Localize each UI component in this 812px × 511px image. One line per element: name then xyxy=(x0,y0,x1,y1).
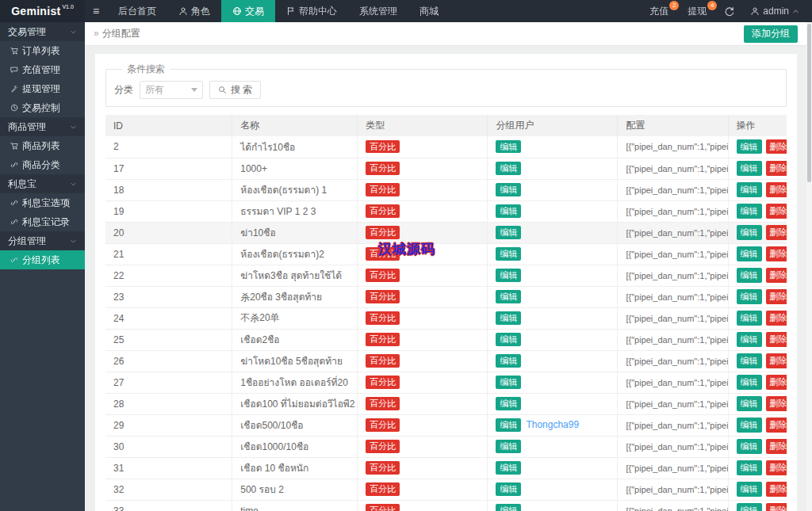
group-edit-badge[interactable]: 编辑 xyxy=(496,162,521,174)
navbar-item-交易[interactable]: 交易 xyxy=(221,0,275,22)
edit-button[interactable]: 编辑 xyxy=(737,182,762,196)
recharge-link[interactable]: 充值 2 xyxy=(640,0,678,22)
user-menu[interactable]: admin xyxy=(742,0,807,22)
withdraw-link[interactable]: 提现 4 xyxy=(678,0,716,22)
group-edit-badge[interactable]: 编辑 xyxy=(496,269,521,281)
edit-button[interactable]: 编辑 xyxy=(737,353,762,368)
navbar-item-角色[interactable]: 角色 xyxy=(167,0,221,22)
group-edit-badge[interactable]: 编辑 xyxy=(496,183,521,196)
group-edit-badge[interactable]: 编辑 xyxy=(496,247,521,260)
edit-button[interactable]: 编辑 xyxy=(737,311,762,325)
scrollbar-thumb[interactable] xyxy=(807,24,811,182)
sidebar-item-利息宝记录[interactable]: 利息宝记录 xyxy=(0,212,85,231)
sidebar-item-提现管理[interactable]: 提现管理 xyxy=(0,79,85,98)
delete-button[interactable]: 删除 xyxy=(766,332,787,346)
sidebar-section-交易管理[interactable]: 交易管理 xyxy=(0,22,85,41)
delete-button[interactable]: 删除 xyxy=(766,482,787,496)
delete-button[interactable]: 删除 xyxy=(766,311,787,325)
delete-button[interactable]: 删除 xyxy=(766,204,787,218)
cell-group-user: 编辑 xyxy=(488,243,618,265)
sidebar-item-交易控制[interactable]: 交易控制 xyxy=(0,98,85,117)
edit-button[interactable]: 编辑 xyxy=(737,225,762,239)
cell-config: [{"pipei_dan_num":1,"pipei_dan_run":"15"… xyxy=(618,479,728,500)
refresh-icon[interactable] xyxy=(716,0,742,22)
delete-button[interactable]: 删除 xyxy=(766,503,787,511)
group-user-link[interactable]: Thongcha99 xyxy=(526,419,579,430)
navbar-item-后台首页[interactable]: 后台首页 xyxy=(107,0,167,22)
edit-button[interactable]: 编辑 xyxy=(737,396,762,410)
edit-button[interactable]: 编辑 xyxy=(737,204,762,218)
cell-operations: 编辑删除 xyxy=(728,265,787,286)
type-badge: 百分比 xyxy=(366,440,400,452)
sidebar-item-商品列表[interactable]: 商品列表 xyxy=(0,136,85,155)
cart-icon xyxy=(10,47,18,55)
table-header-row: ID名称类型分组用户配置操作 xyxy=(105,115,787,136)
edit-button[interactable]: 编辑 xyxy=(737,375,762,389)
sidebar-section-商品管理[interactable]: 商品管理 xyxy=(0,117,85,136)
sidebar-item-利息宝选项[interactable]: 利息宝选项 xyxy=(0,193,85,212)
group-edit-badge[interactable]: 编辑 xyxy=(496,376,521,388)
edit-button[interactable]: 编辑 xyxy=(737,503,762,511)
delete-button[interactable]: 删除 xyxy=(766,139,787,154)
navbar-right: 充值 2 提现 4 admin xyxy=(640,0,812,22)
cell-id: 2 xyxy=(105,136,232,158)
vertical-scrollbar[interactable] xyxy=(806,22,812,511)
edit-button[interactable]: 编辑 xyxy=(737,289,762,303)
group-edit-badge[interactable]: 编辑 xyxy=(496,504,521,511)
edit-button[interactable]: 编辑 xyxy=(737,482,762,496)
edit-button[interactable]: 编辑 xyxy=(737,439,762,453)
delete-button[interactable]: 删除 xyxy=(766,161,787,175)
column-header-分组用户: 分组用户 xyxy=(488,115,618,136)
group-edit-badge[interactable]: 编辑 xyxy=(496,418,521,431)
brand-name: Geminist xyxy=(11,5,60,17)
group-edit-badge[interactable]: 编辑 xyxy=(496,311,521,324)
delete-button[interactable]: 删除 xyxy=(766,418,787,432)
group-edit-badge[interactable]: 编辑 xyxy=(496,140,521,153)
delete-button[interactable]: 删除 xyxy=(766,246,787,261)
edit-button[interactable]: 编辑 xyxy=(737,139,762,154)
sidebar-item-商品分类[interactable]: 商品分类 xyxy=(0,155,85,174)
group-edit-badge[interactable]: 编辑 xyxy=(496,354,521,367)
add-group-button[interactable]: 添加分组 xyxy=(744,25,798,43)
edit-button[interactable]: 编辑 xyxy=(737,460,762,475)
delete-button[interactable]: 删除 xyxy=(766,439,787,453)
caret-down-icon xyxy=(191,88,197,92)
group-edit-badge[interactable]: 编辑 xyxy=(496,290,521,303)
cell-type: 百分比 xyxy=(358,372,488,393)
group-edit-badge[interactable]: 编辑 xyxy=(496,333,521,345)
person-icon xyxy=(178,6,188,16)
edit-button[interactable]: 编辑 xyxy=(737,268,762,282)
delete-button[interactable]: 删除 xyxy=(766,353,787,368)
navbar-item-商城[interactable]: 商城 xyxy=(408,0,450,22)
group-edit-badge[interactable]: 编辑 xyxy=(496,204,521,217)
navbar-item-系统管理[interactable]: 系统管理 xyxy=(348,0,408,22)
edit-button[interactable]: 编辑 xyxy=(737,332,762,346)
delete-button[interactable]: 删除 xyxy=(766,182,787,196)
delete-button[interactable]: 删除 xyxy=(766,460,787,475)
sidebar-section-分组管理[interactable]: 分组管理 xyxy=(0,231,85,250)
delete-button[interactable]: 删除 xyxy=(766,268,787,282)
sidebar-section-利息宝[interactable]: 利息宝 xyxy=(0,174,85,193)
hamburger-icon[interactable]: ≡ xyxy=(85,0,107,22)
sidebar-item-分组列表[interactable]: 分组列表 xyxy=(0,250,85,269)
type-badge: 百分比 xyxy=(366,226,400,238)
sidebar-item-订单列表[interactable]: 订单列表 xyxy=(0,41,85,60)
edit-button[interactable]: 编辑 xyxy=(737,161,762,175)
edit-button[interactable]: 编辑 xyxy=(737,246,762,261)
group-edit-badge[interactable]: 编辑 xyxy=(496,226,521,238)
delete-button[interactable]: 删除 xyxy=(766,375,787,389)
comment-icon xyxy=(10,66,18,74)
cell-group-user: 编辑 xyxy=(488,436,618,457)
group-edit-badge[interactable]: 编辑 xyxy=(496,440,521,452)
sidebar-item-充值管理[interactable]: 充值管理 xyxy=(0,60,85,79)
group-edit-badge[interactable]: 编辑 xyxy=(496,397,521,410)
delete-button[interactable]: 删除 xyxy=(766,289,787,303)
category-select[interactable]: 所有 xyxy=(140,81,203,99)
delete-button[interactable]: 删除 xyxy=(766,225,787,239)
edit-button[interactable]: 编辑 xyxy=(737,418,762,432)
delete-button[interactable]: 删除 xyxy=(766,396,787,410)
group-edit-badge[interactable]: 编辑 xyxy=(496,482,521,495)
search-button[interactable]: 搜 索 xyxy=(209,81,261,99)
navbar-item-帮助中心[interactable]: 帮助中心 xyxy=(275,0,348,22)
group-edit-badge[interactable]: 编辑 xyxy=(496,461,521,474)
